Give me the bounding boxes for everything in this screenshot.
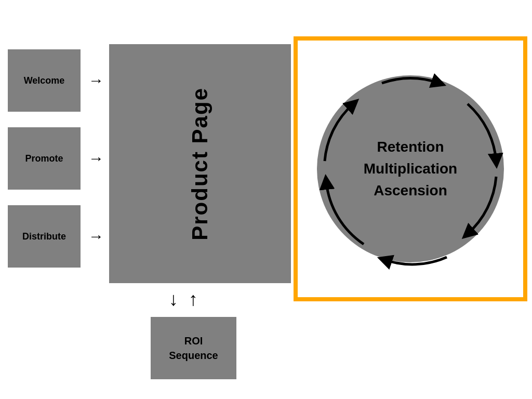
product-page-label: Product Page <box>188 87 212 241</box>
distribute-arrow: → <box>88 228 104 245</box>
roi-box[interactable]: ROI Sequence <box>151 317 236 379</box>
up-arrow: ↑ <box>189 288 198 310</box>
welcome-arrow: → <box>88 72 104 89</box>
left-sidebar: Welcome → Promote → Distribute → <box>8 49 81 268</box>
welcome-box[interactable]: Welcome → <box>8 49 81 112</box>
promote-label: Promote <box>25 153 63 164</box>
cycle-circle: Retention Multiplication Ascension <box>317 75 504 262</box>
welcome-label: Welcome <box>24 75 65 86</box>
retention-box[interactable]: Retention Multiplication Ascension <box>294 36 527 301</box>
promote-box[interactable]: Promote → <box>8 127 81 190</box>
distribute-label: Distribute <box>22 231 66 242</box>
down-arrow: ↓ <box>169 288 178 310</box>
roi-label: ROI Sequence <box>169 334 218 363</box>
arrows-below: ↓ ↑ <box>169 288 198 310</box>
product-page-box[interactable]: Product Page <box>109 44 291 283</box>
promote-arrow: → <box>88 150 104 167</box>
cycle-label: Retention Multiplication Ascension <box>364 136 457 202</box>
distribute-box[interactable]: Distribute → <box>8 205 81 268</box>
